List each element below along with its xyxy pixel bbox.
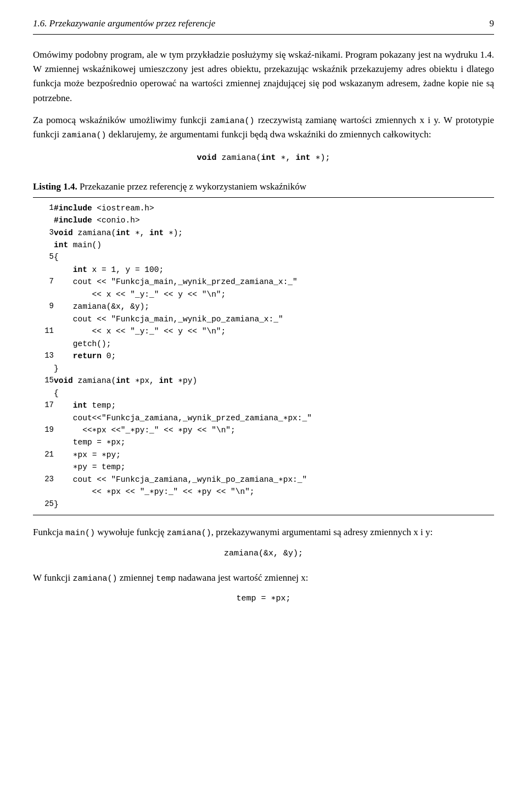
table-row: ∗py = temp; [33,461,494,473]
code-line: cout << "Funkcja_zamiana,_wynik_po_zamia… [54,474,494,486]
table-row: int x = 1, y = 100; [33,264,494,276]
code-line: int x = 1, y = 100; [54,264,494,276]
table-row: #include <conio.h> [33,214,494,226]
line-number: 15 [33,375,54,387]
code-line: } [54,363,494,375]
listing-header: Listing 1.4. Przekazanie przez referencj… [33,180,494,194]
table-row: << x << "_y:_" << y << "\n"; [33,288,494,301]
paragraph-3: Funkcja main() wywołuje funkcję zamiana(… [33,525,494,540]
table-row: 3 void zamiana(int ∗, int ∗); [33,227,494,239]
line-number [33,338,54,350]
table-row: 5 { [33,251,494,263]
code-line: cout << "Funkcja_main,_wynik_po_zamiana_… [54,313,494,325]
code-line: cout<<"Funkcja_zamiana,_wynik_przed_zami… [54,412,494,424]
kw-int2: int [296,153,311,163]
line-number: 25 [33,498,54,510]
code-line: ∗px = ∗py; [54,449,494,461]
kw-int1: int [261,153,276,163]
table-row: getch(); [33,338,494,350]
table-row: << ∗px << "_∗py:_" << ∗py << "\n"; [33,486,494,498]
table-row: 17 int temp; [33,399,494,411]
table-row: 25 } [33,498,494,510]
paragraph-1: Omówimy podobny program, ale w tym przyk… [33,48,494,105]
code-line: cout << "Funkcja_main,_wynik_przed_zamia… [54,276,494,288]
page-header: 1.6. Przekazywanie argumentów przez refe… [33,16,494,35]
table-row: cout<<"Funkcja_zamiana,_wynik_przed_zami… [33,412,494,424]
code-line: void zamiana(int ∗, int ∗); [54,227,494,239]
page-number: 9 [490,16,495,31]
code-line: #include <conio.h> [54,214,494,226]
code-table: 1 #include <iostream.h> #include <conio.… [33,202,494,511]
code-call-block: zamiana(&x, &y); [33,548,494,560]
table-row: } [33,363,494,375]
table-row: 11 << x << "_y:_" << y << "\n"; [33,325,494,337]
code-line: <<∗px <<"_∗py:_" << ∗py << "\n"; [54,424,494,436]
listing-label: Listing 1.4. [33,181,77,192]
line-number [33,313,54,325]
listing-box: 1 #include <iostream.h> #include <conio.… [33,197,494,516]
line-number [33,436,54,448]
table-row: 1 #include <iostream.h> [33,202,494,214]
code-line: getch(); [54,338,494,350]
inline-main: main() [65,529,95,538]
line-number: 17 [33,399,54,411]
code-line: return 0; [54,350,494,362]
table-row: 9 zamiana(&x, &y); [33,301,494,313]
table-row: 15 void zamiana(int ∗px, int ∗py) [33,375,494,387]
code-line: { [54,387,494,399]
table-row: { [33,387,494,399]
paragraph-2: Za pomocą wskaźników umożliwimy funkcji … [33,113,494,142]
paragraph-4: W funkcji zamiana() zmiennej temp nadawa… [33,571,494,585]
line-number [33,288,54,301]
line-number: 7 [33,276,54,288]
line-number [33,363,54,375]
code-line: int temp; [54,399,494,411]
code-line: zamiana(&x, &y); [54,301,494,313]
code-line: << x << "_y:_" << y << "\n"; [54,288,494,301]
table-row: 7 cout << "Funkcja_main,_wynik_przed_zam… [33,276,494,288]
inline-zamiana3: zamiana() [167,529,211,538]
table-row: 13 return 0; [33,350,494,362]
line-number [33,461,54,473]
inline-temp: temp [156,574,176,583]
line-number [33,264,54,276]
line-number: 13 [33,350,54,362]
table-row: 21 ∗px = ∗py; [33,449,494,461]
line-number: 19 [33,424,54,436]
code-line: #include <iostream.h> [54,202,494,214]
code-line: ∗py = temp; [54,461,494,473]
code-line: void zamiana(int ∗px, int ∗py) [54,375,494,387]
code-line: { [54,251,494,263]
chapter-title: 1.6. Przekazywanie argumentów przez refe… [33,16,215,31]
line-number [33,486,54,498]
line-number: 3 [33,227,54,239]
listing-title: Listing 1.4. Przekazanie przez referencj… [33,181,306,192]
kw-void: void [197,153,216,163]
line-number [33,214,54,226]
line-number: 1 [33,202,54,214]
line-number: 23 [33,474,54,486]
code-line: } [54,498,494,510]
line-number: 5 [33,251,54,263]
table-row: 23 cout << "Funkcja_zamiana,_wynik_po_za… [33,474,494,486]
code-line: << ∗px << "_∗py:_" << ∗py << "\n"; [54,486,494,498]
code-line: << x << "_y:_" << y << "\n"; [54,325,494,337]
inline-code-zamiana: zamiana() [210,116,255,126]
line-number [33,412,54,424]
code-temp-block: temp = ∗px; [33,593,494,605]
line-number: 9 [33,301,54,313]
code-line: int main() [54,239,494,251]
table-row: temp = ∗px; [33,436,494,448]
line-number [33,387,54,399]
code-line: temp = ∗px; [54,436,494,448]
line-number [33,239,54,251]
inline-code-zamiana2: zamiana() [61,131,106,140]
line-number: 11 [33,325,54,337]
inline-zamiana4: zamiana() [72,574,117,583]
table-row: cout << "Funkcja_main,_wynik_po_zamiana_… [33,313,494,325]
listing-desc: Przekazanie przez referencję z wykorzyst… [80,181,306,192]
table-row: int main() [33,239,494,251]
table-row: 19 <<∗px <<"_∗py:_" << ∗py << "\n"; [33,424,494,436]
code-prototype: void zamiana(int ∗, int ∗); [33,152,494,165]
line-number: 21 [33,449,54,461]
